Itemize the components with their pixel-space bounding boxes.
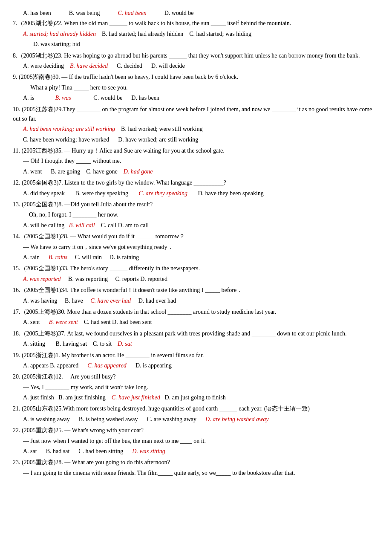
exam-content: A. has been B. was being C. had been D. … bbox=[13, 9, 379, 478]
q22-options: A. sat B. had sat C. had been sitting D.… bbox=[13, 447, 379, 456]
q20-options: A. just finish B. am just finishing C. h… bbox=[13, 393, 379, 402]
question-8: 8.（2005湖北卷)23. He was hoping to go abroa… bbox=[13, 51, 379, 71]
q21-options1: A. is washing away B. is being washed aw… bbox=[13, 415, 379, 424]
q19-options: A. appears B. appeared C. has appeared D… bbox=[13, 361, 379, 370]
q13-correct: B. will call bbox=[69, 222, 95, 228]
q14-text1: 14.（2005全国卷1)28. — What would you do if … bbox=[13, 232, 379, 241]
q10-text: 10. (2005江苏卷)29.They ________ on the pro… bbox=[13, 105, 379, 124]
question-22: 22. (2005重庆卷)25. — What's wrong with you… bbox=[13, 426, 379, 456]
q9-text2: — What a pity! Tina _____ here to see yo… bbox=[13, 83, 379, 92]
top-correct: C. had been bbox=[118, 10, 146, 16]
q16-options: A. was having B. have C. have ever had D… bbox=[13, 296, 379, 306]
q7-options2: D. was starting; hid bbox=[13, 40, 379, 49]
question-12: 12. (2005全国卷3)7. Listen to the two girls… bbox=[13, 178, 379, 198]
question-7: 7.（2005湖北卷)22. When the old man ______ t… bbox=[13, 19, 379, 49]
q21-correct: D. are being washed away bbox=[205, 416, 268, 422]
q18-options: A. sitting B. having sat C. to sit D. sa… bbox=[13, 339, 379, 349]
q20-text1: 20. (2005浙江卷)12.— Are you still busy? bbox=[13, 372, 379, 382]
q11-correct: D. had gone bbox=[124, 168, 153, 175]
question-19: 19. (2005浙江卷)1. My brother is an actor. … bbox=[13, 351, 379, 371]
q18-correct: D. sat bbox=[118, 341, 132, 347]
q14-options: A. rain B. rains C. will rain D. is rain… bbox=[13, 253, 379, 262]
question-23: 23. (2005重庆卷)28. — What are you going to… bbox=[13, 458, 379, 478]
q11-text1: 11. (2005江西卷)35. — Hurry up！Alice and Su… bbox=[13, 146, 379, 156]
q20-correct: C. have just finished bbox=[112, 394, 160, 401]
q21-text: 21. (2005山东卷)25.With more forests being … bbox=[13, 404, 379, 413]
q8-text: 8.（2005湖北卷)23. He was hoping to go abroa… bbox=[13, 51, 379, 61]
q16-text: 16.（2005全国卷1)34. The coffee is wonderful… bbox=[13, 286, 379, 295]
question-15: 15.（2005全国卷1)33. The hero's story ______… bbox=[13, 264, 379, 284]
q17-options: A. sent B. were sent C. had sent D. had … bbox=[13, 318, 379, 327]
question-17: 17.（2005上海卷)30. More than a dozen studen… bbox=[13, 307, 379, 327]
q7-correct: A. started; had already hidden bbox=[23, 31, 96, 37]
question-11: 11. (2005江西卷)35. — Hurry up！Alice and Su… bbox=[13, 146, 379, 176]
q15-options: A. was reported B. was reporting C. repo… bbox=[13, 275, 379, 284]
q17-text1: 17.（2005上海卷)30. More than a dozen studen… bbox=[13, 307, 379, 317]
q15-correct: A. was reported bbox=[23, 276, 61, 282]
q7-options1: A. started; had already hidden B. had st… bbox=[13, 29, 379, 39]
q20-text2: — Yes, I ________ my work, and it won't … bbox=[13, 383, 379, 392]
q18-text: 18.（2005上海卷)37. At last, we found oursel… bbox=[13, 329, 379, 338]
q10-options1: A. had been working; are still working B… bbox=[13, 124, 379, 134]
q14-correct: B. rains bbox=[49, 254, 67, 260]
q7-text: 7.（2005湖北卷)22. When the old man ______ t… bbox=[13, 19, 379, 28]
q11-options: A. went B. are going C. have gone D. had… bbox=[13, 167, 379, 176]
q17-correct: B. were sent bbox=[49, 319, 78, 325]
question-21: 21. (2005山东卷)25.With more forests being … bbox=[13, 404, 379, 424]
q13-options: A. will be calling B. will call C. call … bbox=[13, 221, 379, 230]
q9-options: A. is B. was C. would be D. has been bbox=[13, 93, 379, 103]
top-options: A. has been B. was being C. had been D. … bbox=[13, 9, 379, 18]
q12-correct: C. are they speaking bbox=[138, 190, 187, 197]
question-20: 20. (2005浙江卷)12.— Are you still busy? — … bbox=[13, 372, 379, 402]
q22-text1: 22. (2005重庆卷)25. — What's wrong with you… bbox=[13, 426, 379, 435]
q22-text2: — Just now when I wanted to get off the … bbox=[13, 436, 379, 446]
question-14: 14.（2005全国卷1)28. — What would you do if … bbox=[13, 232, 379, 262]
q22-correct: D. was sitting bbox=[132, 448, 165, 454]
q23-text2: — I am going to die cinema with some fri… bbox=[13, 468, 379, 478]
q19-correct: C. has appeared bbox=[87, 362, 127, 369]
q12-options: A. did they speak B. were they speaking … bbox=[13, 189, 379, 198]
q13-text1: 13. (2005全国卷3)8. —Did you tell Julia abo… bbox=[13, 200, 379, 209]
q10-options2: C. have been working; have worked D. hav… bbox=[13, 135, 379, 145]
q9-text1: 9. (2005湖南卷)30. — If the traffic hadn't … bbox=[13, 72, 379, 82]
q16-correct: C. have ever had bbox=[90, 298, 131, 304]
q12-text: 12. (2005全国卷3)7. Listen to the two girls… bbox=[13, 178, 379, 188]
question-18: 18.（2005上海卷)37. At last, we found oursel… bbox=[13, 329, 379, 349]
question-10: 10. (2005江苏卷)29.They ________ on the pro… bbox=[13, 105, 379, 145]
q15-text: 15.（2005全国卷1)33. The hero's story ______… bbox=[13, 264, 379, 273]
q10-correct: A. had been working; are still working bbox=[23, 126, 115, 132]
q23-text1: 23. (2005重庆卷)28. — What are you going to… bbox=[13, 458, 379, 467]
q14-text2: — We have to carry it on，since we've got… bbox=[13, 243, 379, 252]
q13-text2: —Oh, no, I forgot. I ________ her now. bbox=[13, 210, 379, 220]
question-16: 16.（2005全国卷1)34. The coffee is wonderful… bbox=[13, 286, 379, 306]
question-9: 9. (2005湖南卷)30. — If the traffic hadn't … bbox=[13, 72, 379, 103]
q11-text2: — Oh! I thought they _____ without me. bbox=[13, 156, 379, 166]
q8-correct: B. have decided bbox=[70, 63, 108, 69]
q19-text: 19. (2005浙江卷)1. My brother is an actor. … bbox=[13, 351, 379, 360]
q8-options: A. were deciding B. have decided C. deci… bbox=[13, 61, 379, 71]
q9-correct: B. was bbox=[55, 95, 71, 101]
question-13: 13. (2005全国卷3)8. —Did you tell Julia abo… bbox=[13, 200, 379, 230]
